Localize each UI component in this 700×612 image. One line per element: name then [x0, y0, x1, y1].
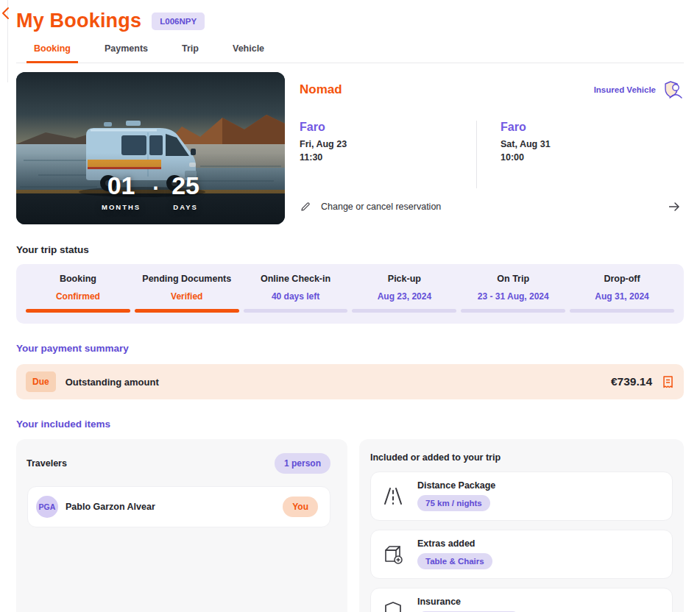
included-items-columns: Travelers 1 person PGA Pablo Garzon Alve… — [16, 439, 684, 612]
chevron-left-icon — [1, 7, 13, 20]
trip-items-title: Included or added to your trip — [370, 452, 673, 463]
you-badge: You — [283, 497, 318, 517]
insured-shield-person-icon — [662, 79, 684, 101]
travelers-card: Travelers 1 person PGA Pablo Garzon Alve… — [16, 439, 347, 612]
pickup-details: Faro Fri, Aug 23 11:30 — [300, 121, 476, 188]
trip-step-pending-documents: Pending Documents Verified — [132, 274, 241, 313]
countdown-months-label: MONTHS — [102, 203, 141, 211]
insured-vehicle-label: Insured Vehicle — [594, 85, 656, 94]
pickup-date: Fri, Aug 23 — [300, 139, 476, 149]
vehicle-photo: 01 MONTHS · 25 DAYS — [16, 72, 285, 224]
tab-payments[interactable]: Payments — [97, 39, 155, 63]
dropoff-city: Faro — [501, 121, 677, 134]
payment-summary-title: Your payment summary — [16, 343, 684, 354]
trip-legs: Faro Fri, Aug 23 11:30 Faro Sat, Aug 31 … — [300, 121, 684, 188]
vehicle-name: Nomad — [300, 82, 342, 97]
outstanding-amount-label: Outstanding amount — [66, 377, 159, 388]
trip-step-on-trip: On Trip 23 - 31 Aug, 2024 — [459, 274, 568, 313]
item-extras-added[interactable]: Extras added Table & Chairs — [370, 530, 673, 579]
countdown-months-value: 01 — [107, 173, 135, 198]
tab-booking[interactable]: Booking — [26, 39, 78, 63]
progress-bar — [26, 309, 130, 313]
trip-step-booking: Booking Confirmed — [24, 274, 132, 313]
progress-bar — [244, 309, 348, 313]
pickup-time: 11:30 — [300, 152, 476, 163]
change-reservation-label: Change or cancel reservation — [321, 202, 441, 212]
trip-step-dropoff: Drop-off Aug 31, 2024 — [568, 274, 676, 313]
change-reservation-link[interactable]: Change or cancel reservation — [300, 201, 684, 213]
travelers-count-badge: 1 person — [275, 453, 330, 474]
trip-items-card: Included or added to your trip Distance … — [359, 439, 684, 612]
progress-bar — [461, 309, 565, 313]
progress-bar — [570, 309, 674, 313]
traveler-name: Pablo Garzon Alvear — [66, 502, 155, 512]
insured-vehicle-link[interactable]: Insured Vehicle — [594, 79, 684, 101]
trip-step-pickup: Pick-up Aug 23, 2024 — [350, 274, 459, 313]
progress-bar — [352, 309, 456, 313]
my-bookings-page: My Bookings L006NPY Booking Payments Tri… — [0, 0, 700, 612]
outstanding-amount-row[interactable]: Due Outstanding amount €739.14 — [16, 364, 684, 399]
arrow-right-icon — [668, 201, 681, 213]
travelers-title: Travelers — [26, 458, 67, 469]
booking-tabs: Booking Payments Trip Vehicle — [16, 39, 684, 63]
item-insurance[interactable]: Insurance Basic Protection Plan — [370, 588, 673, 612]
item-title: Insurance — [417, 597, 520, 607]
trip-countdown: 01 MONTHS · 25 DAYS — [16, 173, 285, 211]
pencil-icon — [300, 201, 311, 213]
booking-code-badge: L006NPY — [152, 13, 205, 30]
page-title: My Bookings — [16, 10, 141, 32]
item-title: Distance Package — [417, 480, 495, 491]
box-plus-icon — [381, 543, 405, 565]
road-icon — [381, 485, 405, 506]
receipt-icon — [662, 375, 674, 389]
tab-vehicle[interactable]: Vehicle — [225, 39, 272, 63]
countdown-days-value: 25 — [172, 173, 199, 198]
pickup-city: Faro — [300, 121, 476, 134]
dropoff-time: 10:00 — [501, 152, 677, 163]
header: My Bookings L006NPY — [16, 10, 684, 32]
booking-summary: 01 MONTHS · 25 DAYS Nomad Insured Vehicl… — [16, 72, 684, 224]
included-items-title: Your included items — [16, 419, 684, 430]
item-title: Extras added — [417, 538, 492, 549]
dropoff-date: Sat, Aug 31 — [501, 139, 677, 149]
due-badge: Due — [26, 371, 56, 392]
progress-bar — [135, 309, 239, 313]
legs-divider — [476, 121, 477, 188]
avatar: PGA — [36, 496, 58, 518]
outstanding-amount-value: €739.14 — [611, 375, 652, 388]
item-distance-package[interactable]: Distance Package 75 km / nights — [370, 472, 673, 521]
tab-trip[interactable]: Trip — [174, 39, 206, 63]
trip-status-tracker: Booking Confirmed Pending Documents Veri… — [16, 264, 684, 324]
shield-icon — [381, 601, 405, 612]
back-button[interactable] — [1, 7, 13, 20]
trip-step-online-checkin: Online Check-in 40 days left — [241, 274, 350, 313]
booking-info: Nomad Insured Vehicle Faro Fri, Aug 23 — [285, 72, 684, 224]
traveler-row[interactable]: PGA Pablo Garzon Alvear You — [27, 486, 330, 527]
item-badge: Table & Chairs — [417, 553, 492, 569]
dropoff-details: Faro Sat, Aug 31 10:00 — [501, 121, 677, 188]
countdown-days-label: DAYS — [173, 203, 198, 211]
countdown-separator: · — [152, 177, 160, 199]
trip-status-title: Your trip status — [16, 244, 684, 255]
item-badge: 75 km / nights — [417, 495, 490, 511]
